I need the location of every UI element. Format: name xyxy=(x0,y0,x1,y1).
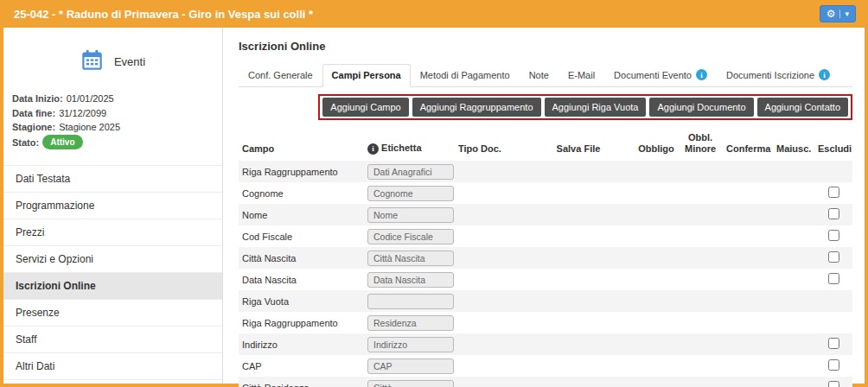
salva-file-cell xyxy=(522,225,635,247)
column-header-label: Conferma xyxy=(726,143,770,154)
maiusc-cell xyxy=(773,247,814,269)
obbligo-cell xyxy=(635,312,678,333)
tipo-doc-cell xyxy=(455,204,522,225)
escludi-checkbox[interactable] xyxy=(828,187,839,198)
aggiungi-documento-button[interactable]: Aggiungi Documento xyxy=(649,98,753,117)
aggiungi-contatto-button[interactable]: Aggiungi Contatto xyxy=(757,98,848,117)
sidebar-item-dati-testata[interactable]: Dati Testata xyxy=(3,165,222,192)
aggiungi-riga-vuota-button[interactable]: Aggiungi Riga Vuota xyxy=(545,98,647,117)
etichetta-cell xyxy=(364,377,455,387)
etichetta-input[interactable] xyxy=(367,164,454,180)
escludi-checkbox[interactable] xyxy=(828,359,839,371)
campo-cell: Riga Raggruppamento xyxy=(239,161,364,182)
column-header-label: Maiusc. xyxy=(776,143,811,154)
etichetta-input[interactable] xyxy=(367,358,454,374)
sidebar-detail: Data Inizio:01/01/2025 xyxy=(12,92,214,106)
aggiungi-campo-button[interactable]: Aggiungi Campo xyxy=(322,98,408,117)
tab-documenti-evento[interactable]: Documenti Eventoi xyxy=(604,63,717,87)
salva-file-cell xyxy=(522,204,635,225)
maiusc-cell xyxy=(773,182,814,204)
escludi-checkbox[interactable] xyxy=(828,338,839,349)
sidebar-item-prezzi[interactable]: Prezzi xyxy=(3,219,222,245)
salva-file-cell xyxy=(522,312,635,333)
obbl-minore-cell xyxy=(678,269,723,290)
detail-label: Data Inizio: xyxy=(12,93,63,104)
column-header-label: Obbl. Minore xyxy=(685,132,716,154)
obbl-minore-cell xyxy=(678,204,723,225)
etichetta-input[interactable] xyxy=(367,380,454,387)
table-row: Data Nascita xyxy=(239,269,852,290)
sidebar-item-staff[interactable]: Staff xyxy=(3,326,222,352)
etichetta-input[interactable] xyxy=(367,294,454,309)
etichetta-input[interactable] xyxy=(367,315,454,331)
title-bar: 25-042 - * Raduno di Primavera - Giro in… xyxy=(3,0,865,28)
gear-button[interactable]: ⚙ ▾ xyxy=(820,5,856,22)
etichetta-input[interactable] xyxy=(367,251,454,266)
escludi-cell xyxy=(814,161,852,182)
tab-documenti-iscrizione[interactable]: Documenti Iscrizionei xyxy=(717,63,839,87)
table-row: Riga Raggruppamento xyxy=(239,312,852,333)
calendar-icon xyxy=(80,48,104,74)
sidebar-item-servizi-e-opzioni[interactable]: Servizi e Opzioni xyxy=(3,245,222,272)
etichetta-input[interactable] xyxy=(367,207,454,223)
tipo-doc-cell xyxy=(455,312,522,333)
salva-file-cell xyxy=(522,290,635,312)
maiusc-cell xyxy=(773,312,814,333)
action-buttons: Aggiungi CampoAggiungi RaggruppamentoAgg… xyxy=(322,98,848,117)
escludi-checkbox[interactable] xyxy=(828,230,839,241)
info-icon: i xyxy=(696,69,707,80)
conferma-cell xyxy=(723,312,773,333)
tab-conf-generale[interactable]: Conf. Generale xyxy=(239,64,322,87)
sidebar-details: Data Inizio:01/01/2025Data fine:31/12/20… xyxy=(3,92,222,155)
sidebar-item-programmazione[interactable]: Programmazione xyxy=(3,192,222,219)
escludi-cell xyxy=(814,312,852,333)
escludi-checkbox[interactable] xyxy=(828,273,839,284)
tab-metodi-di-pagamento[interactable]: Metodi di Pagamento xyxy=(411,64,520,87)
sidebar-item-iscrizioni-online[interactable]: Iscrizioni Online xyxy=(3,272,222,299)
tabs: Conf. GeneraleCampi PersonaMetodi di Pag… xyxy=(239,63,852,87)
detail-label: Data fine: xyxy=(12,108,55,118)
escludi-checkbox[interactable] xyxy=(828,251,839,263)
tipo-doc-cell xyxy=(455,161,522,182)
escludi-cell xyxy=(814,225,852,247)
obbligo-cell xyxy=(635,182,678,204)
etichetta-cell xyxy=(364,225,455,247)
aggiungi-raggruppamento-button[interactable]: Aggiungi Raggruppamento xyxy=(412,98,541,117)
highlight-annotation: Aggiungi CampoAggiungi RaggruppamentoAgg… xyxy=(318,94,852,120)
maiusc-cell xyxy=(773,225,814,247)
campo-cell: Città Residenza xyxy=(239,377,364,387)
escludi-cell xyxy=(814,333,852,355)
table-row: Cognome xyxy=(239,182,852,204)
tipo-doc-cell xyxy=(455,225,522,247)
obbl-minore-cell xyxy=(678,355,723,377)
etichetta-input[interactable] xyxy=(367,186,454,201)
etichetta-input[interactable] xyxy=(367,337,454,352)
tab-e-mail[interactable]: E-Mail xyxy=(558,64,604,87)
escludi-checkbox[interactable] xyxy=(828,208,839,219)
tab-note[interactable]: Note xyxy=(520,64,558,87)
etichetta-input[interactable] xyxy=(367,229,454,244)
campo-cell: Riga Vuota xyxy=(239,290,364,312)
etichetta-cell xyxy=(364,161,455,182)
sidebar: Eventi Data Inizio:01/01/2025Data fine:3… xyxy=(3,28,223,384)
main-content: Iscrizioni Online Conf. GeneraleCampi Pe… xyxy=(223,28,865,384)
column-header-salva-file: Salva File xyxy=(522,129,635,161)
conferma-cell xyxy=(723,247,773,269)
app-body: Eventi Data Inizio:01/01/2025Data fine:3… xyxy=(3,28,865,384)
obbl-minore-cell xyxy=(678,182,723,204)
sidebar-item-presenze[interactable]: Presenze xyxy=(3,299,222,326)
maiusc-cell xyxy=(773,204,814,225)
campo-cell: Riga Raggruppamento xyxy=(239,312,364,333)
maiusc-cell xyxy=(773,290,814,312)
obbligo-cell xyxy=(635,333,678,355)
escludi-cell xyxy=(814,377,852,387)
sidebar-item-altri-dati[interactable]: Altri Dati xyxy=(3,352,222,380)
escludi-checkbox[interactable] xyxy=(828,381,839,387)
column-header-label: Campo xyxy=(242,143,274,154)
escludi-cell xyxy=(814,269,852,290)
column-header-campo: Campo xyxy=(239,129,364,161)
tipo-doc-cell xyxy=(455,355,522,377)
etichetta-input[interactable] xyxy=(367,272,454,288)
tipo-doc-cell xyxy=(455,247,522,269)
tab-campi-persona[interactable]: Campi Persona xyxy=(322,64,411,87)
